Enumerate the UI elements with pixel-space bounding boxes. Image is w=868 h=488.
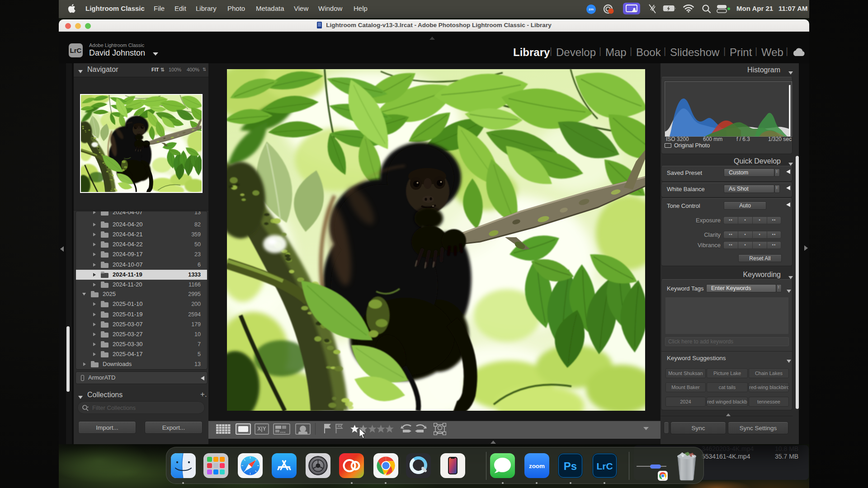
svg-text:LrC: LrC	[596, 461, 613, 471]
svg-text:Ps: Ps	[564, 460, 577, 472]
svg-text:zoom: zoom	[529, 463, 545, 469]
